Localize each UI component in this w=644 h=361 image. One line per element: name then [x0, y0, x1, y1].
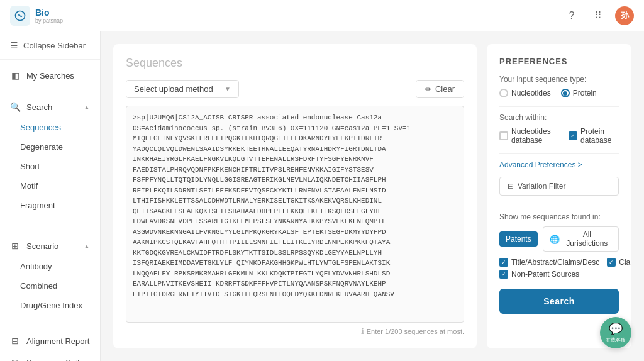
- content-area: Sequences Select upload method ▼ ✏ Clear…: [101, 31, 644, 361]
- header: Bio by patsnap ? ⠿ 孙: [0, 0, 644, 31]
- avatar[interactable]: 孙: [615, 6, 634, 25]
- upload-method-label: Select upload method: [134, 84, 213, 94]
- variation-filter-label: Variation Filter: [518, 182, 565, 191]
- chat-float-button[interactable]: 💬 在线客服: [600, 317, 631, 348]
- info-icon: ℹ: [361, 326, 364, 336]
- globe-icon: 🌐: [550, 235, 560, 244]
- claims-checkbox-box: ✓: [607, 258, 616, 267]
- protein-radio-circle: [561, 89, 570, 97]
- chat-float-label: 在线客服: [606, 336, 626, 343]
- patents-label: Patents: [506, 235, 531, 243]
- header-icons: ? ⠿ 孙: [562, 6, 634, 25]
- search-button[interactable]: Search: [499, 289, 619, 314]
- suite-label: Sequence Suite: [26, 358, 84, 362]
- upload-select-arrow-icon: ▼: [225, 86, 231, 92]
- sidebar-item-fragment[interactable]: Fragment: [0, 196, 100, 215]
- search-label: Search: [26, 103, 52, 112]
- sidebar: ☰ Collapse Sidebar ◧ My Searches 🔍 Searc…: [0, 31, 101, 361]
- title-abstract-checkbox-box: ✓: [499, 258, 508, 267]
- sidebar-item-drug-gene-index[interactable]: Drug/Gene Index: [0, 296, 100, 315]
- upload-method-select[interactable]: Select upload method ▼: [126, 80, 239, 98]
- protein-radio-label: Protein: [573, 89, 597, 97]
- collapse-icon: ☰: [10, 40, 18, 50]
- search-subitems: Sequences Degenerate Short Motif Fragmen…: [0, 118, 100, 215]
- pref-divider-1: [499, 106, 619, 107]
- protein-db-label: Protein database: [580, 127, 619, 145]
- sidebar-item-search[interactable]: 🔍 Search ▲: [0, 96, 100, 118]
- alignment-icon: ⊟: [10, 336, 20, 346]
- my-searches-label: My Searches: [26, 71, 74, 81]
- sequences-panel: Sequences Select upload method ▼ ✏ Clear…: [113, 44, 477, 348]
- nucleotides-db-checkbox[interactable]: Nucleotides database: [499, 127, 561, 145]
- claims-checkbox[interactable]: ✓ Claims: [607, 258, 631, 267]
- preferences-panel: PREFERENCES Your input sequence type: Nu…: [487, 44, 631, 348]
- logo-sub-text: by patsnap: [35, 18, 63, 24]
- search-within-label: Search within:: [499, 113, 619, 122]
- show-options: Patents 🌐 All Jurisdictions: [499, 226, 619, 252]
- sidebar-scenario-section: ⊞ Scenario ▲ Antibody Combined Drug/Gene…: [0, 230, 100, 320]
- non-patent-label: Non-Patent Sources: [511, 270, 579, 279]
- sidebar-my-searches-section: ◧ My Searches: [0, 60, 100, 91]
- jurisdictions-label: All Jurisdictions: [562, 230, 612, 248]
- sidebar-item-sequences[interactable]: Sequences: [0, 118, 100, 137]
- sequences-title: Sequences: [126, 57, 464, 70]
- search-icon: 🔍: [10, 102, 20, 112]
- show-checkbox-row-2: ✓ Non-Patent Sources: [499, 270, 619, 279]
- grid-button[interactable]: ⠿: [589, 6, 608, 25]
- collapse-sidebar-button[interactable]: ☰ Collapse Sidebar: [0, 31, 100, 60]
- title-abstract-checkbox[interactable]: ✓ Title/Abstract/Claims/Desc: [499, 258, 599, 267]
- nucleotides-radio-circle: [499, 89, 508, 97]
- jurisdictions-button[interactable]: 🌐 All Jurisdictions: [543, 226, 619, 252]
- pref-divider-2: [499, 153, 619, 154]
- show-checkbox-row-1: ✓ Title/Abstract/Claims/Desc ✓ Claims: [499, 258, 619, 267]
- scenario-label: Scenario: [26, 242, 58, 251]
- sidebar-item-degenerate[interactable]: Degenerate: [0, 137, 100, 157]
- scenario-subitems: Antibody Combined Drug/Gene Index: [0, 257, 100, 315]
- preferences-title: PREFERENCES: [499, 57, 619, 66]
- suite-icon: ⊠: [10, 357, 20, 361]
- logo-text: Bio by patsnap: [35, 8, 63, 24]
- sidebar-item-my-searches[interactable]: ◧ My Searches: [0, 65, 100, 86]
- sidebar-item-sequence-suite[interactable]: ⊠ Sequence Suite: [0, 352, 100, 361]
- db-checkbox-row: Nucleotides database ✓ Protein database: [499, 127, 619, 145]
- logo-icon: [10, 6, 30, 26]
- advanced-preferences-link[interactable]: Advanced Preferences >: [499, 160, 619, 169]
- input-type-label: Your input sequence type:: [499, 75, 619, 84]
- protein-radio[interactable]: Protein: [561, 89, 597, 97]
- variation-filter-button[interactable]: ⊟ Variation Filter: [499, 177, 619, 196]
- help-button[interactable]: ?: [562, 6, 581, 25]
- variation-filter-icon: ⊟: [508, 182, 514, 191]
- search-chevron-icon: ▲: [84, 104, 90, 111]
- protein-db-checkbox-box: ✓: [569, 131, 577, 140]
- sidebar-item-motif[interactable]: Motif: [0, 176, 100, 196]
- sidebar-item-combined[interactable]: Combined: [0, 276, 100, 296]
- upload-bar: Select upload method ▼ ✏ Clear: [126, 80, 464, 98]
- nucleotides-db-checkbox-box: [499, 131, 508, 140]
- nucleotides-radio[interactable]: Nucleotides: [499, 89, 551, 97]
- main-layout: ☰ Collapse Sidebar ◧ My Searches 🔍 Searc…: [0, 31, 644, 361]
- protein-db-checkbox[interactable]: ✓ Protein database: [569, 127, 619, 145]
- sidebar-search-section: 🔍 Search ▲ Sequences Degenerate Short Mo…: [0, 91, 100, 220]
- non-patent-checkbox[interactable]: ✓ Non-Patent Sources: [499, 270, 579, 279]
- alignment-label: Alignment Report: [26, 336, 89, 346]
- clear-label: Clear: [435, 84, 455, 94]
- show-me-label: Show me sequences found in:: [499, 213, 619, 221]
- sidebar-item-antibody[interactable]: Antibody: [0, 257, 100, 276]
- scenario-icon: ⊞: [10, 241, 20, 251]
- my-searches-icon: ◧: [10, 70, 20, 81]
- show-checkboxes: ✓ Title/Abstract/Claims/Desc ✓ Claims ✓ …: [499, 258, 619, 279]
- patents-button[interactable]: Patents: [499, 231, 538, 247]
- collapse-label: Collapse Sidebar: [23, 41, 86, 50]
- clear-button[interactable]: ✏ Clear: [416, 80, 464, 98]
- pref-divider-3: [499, 206, 619, 206]
- logo-bio-text: Bio: [35, 8, 63, 18]
- title-abstract-label: Title/Abstract/Claims/Desc: [511, 258, 599, 267]
- scenario-chevron-icon: ▲: [84, 243, 90, 250]
- search-within-checkboxes: Nucleotides database ✓ Protein database: [499, 127, 619, 145]
- claims-label: Claims: [619, 258, 631, 267]
- eraser-icon: ✏: [425, 85, 431, 94]
- sequence-textarea[interactable]: >sp|U2UMQ6|CS12A_ACISB CRISPR-associated…: [126, 106, 464, 323]
- sidebar-item-alignment-report[interactable]: ⊟ Alignment Report: [0, 330, 100, 352]
- sidebar-item-short[interactable]: Short: [0, 157, 100, 176]
- sidebar-item-scenario[interactable]: ⊞ Scenario ▲: [0, 235, 100, 257]
